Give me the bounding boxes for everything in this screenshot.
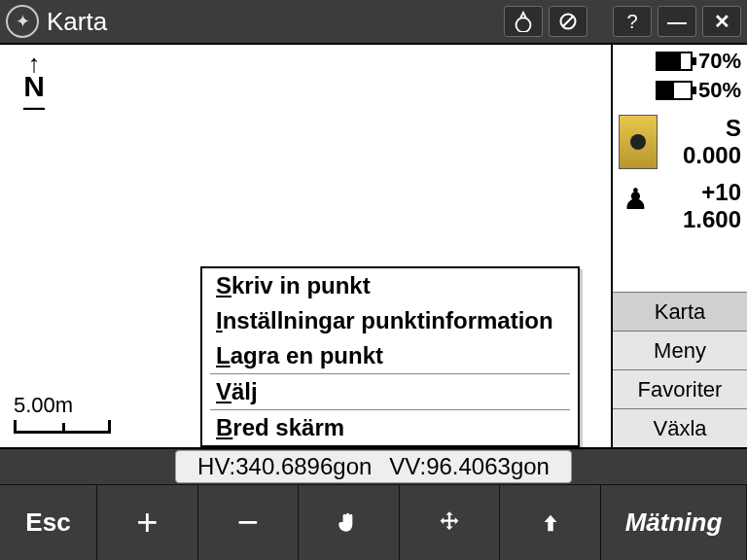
move-icon <box>436 509 463 537</box>
help-button[interactable]: ? <box>613 6 652 37</box>
arrow-up-icon <box>540 510 561 536</box>
angle-readout: HV:340.6896gon VV:96.4063gon <box>175 450 572 483</box>
side-btn-karta[interactable]: Karta <box>613 292 747 331</box>
battery-icon <box>656 81 693 100</box>
battery-1: 70% <box>613 45 747 78</box>
ctx-item-bred-skarm[interactable]: Bred skärm <box>202 410 578 445</box>
prism-icon: ♟ <box>619 179 652 218</box>
right-status-panel: 70% 50% S 0.000 ♟ +10 1.600 <box>611 45 747 447</box>
vv-value: 96.4063gon <box>426 453 550 479</box>
ctx-item-valj[interactable]: Välj <box>202 374 578 409</box>
cancel-round-button[interactable] <box>549 6 587 37</box>
map-canvas[interactable]: ↑ N — 5.00m Skriv in punkt Inställningar… <box>0 45 611 447</box>
minus-icon: − <box>237 502 259 543</box>
instrument-distance: 0.000 <box>683 142 741 169</box>
ctx-item-skriv-in-punkt[interactable]: Skriv in punkt <box>202 268 578 303</box>
app-logo-icon: ✦ <box>6 5 39 38</box>
softkey-matning[interactable]: Mätning <box>601 484 747 560</box>
north-indicator: ↑ N — <box>23 56 45 114</box>
scale-indicator: 5.00m <box>14 393 111 434</box>
plus-icon: + <box>136 502 158 543</box>
softkey-zoom-out[interactable]: − <box>198 484 300 560</box>
orient-icon <box>513 11 534 32</box>
prism-height: 1.600 <box>683 206 741 233</box>
vv-label: VV: <box>389 453 426 479</box>
minimize-button[interactable]: — <box>658 6 696 37</box>
side-btn-meny[interactable]: Meny <box>613 331 747 369</box>
titlebar: ✦ Karta ? — ✕ <box>0 0 747 43</box>
softkey-move[interactable] <box>400 484 501 560</box>
battery-1-pct: 70% <box>698 49 741 74</box>
side-btn-vaxla[interactable]: Växla <box>613 408 747 447</box>
minimize-icon: — <box>667 11 687 33</box>
instrument-status[interactable]: S 0.000 <box>613 113 747 171</box>
prism-status[interactable]: ♟ +10 1.600 <box>613 175 747 236</box>
close-button[interactable]: ✕ <box>702 6 741 37</box>
softkey-esc[interactable]: Esc <box>0 484 97 560</box>
ctx-item-installningar[interactable]: Inställningar punktinformation <box>202 303 578 338</box>
hv-label: HV: <box>197 453 235 479</box>
orient-button[interactable] <box>504 6 543 37</box>
titlebar-buttons-left <box>504 6 587 37</box>
status-bar: HV:340.6896gon VV:96.4063gon <box>0 449 747 484</box>
svg-line-1 <box>563 17 573 26</box>
cancel-icon <box>558 12 578 31</box>
close-icon: ✕ <box>714 10 730 33</box>
scale-label: 5.00m <box>14 393 111 418</box>
softkey-zoom-in[interactable]: + <box>97 484 198 560</box>
titlebar-buttons-right: ? — ✕ <box>613 6 741 37</box>
softkey-pan[interactable] <box>299 484 400 560</box>
battery-2-pct: 50% <box>698 78 741 103</box>
help-icon: ? <box>626 11 637 33</box>
battery-icon <box>656 52 693 71</box>
ctx-item-lagra-en-punkt[interactable]: Lagra en punkt <box>202 338 578 373</box>
instrument-face: S <box>683 115 741 142</box>
hv-value: 340.6896gon <box>235 453 372 479</box>
total-station-icon <box>619 115 658 169</box>
softkey-bar: Esc + − Mätning <box>0 484 747 560</box>
north-tick-icon: — <box>23 101 45 114</box>
softkey-page-up[interactable] <box>500 484 601 560</box>
scale-bar-icon <box>14 420 111 434</box>
context-menu: Skriv in punkt Inställningar punktinform… <box>200 266 580 447</box>
titlebar-title: Karta <box>47 7 496 37</box>
prism-offset: +10 <box>683 179 741 206</box>
side-btn-favoriter[interactable]: Favoriter <box>613 369 747 408</box>
battery-2: 50% <box>613 78 747 107</box>
hand-icon <box>336 510 361 536</box>
